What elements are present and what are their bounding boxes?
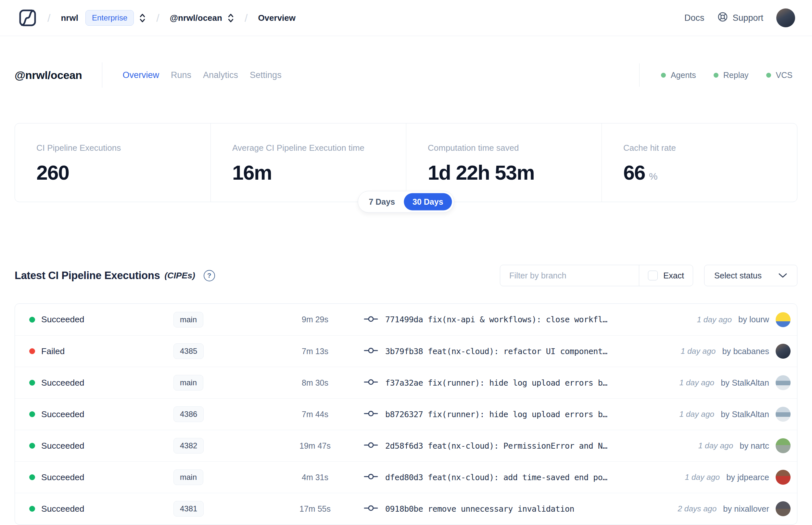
- branch-badge: 4382: [173, 438, 204, 453]
- status-dot-icon: [766, 73, 771, 78]
- table-row[interactable]: Succeeded main 4m 31s dfed80d3 feat(nx-c…: [15, 461, 797, 493]
- commit-message: b8726327 fix(runner): hide log upload er…: [385, 410, 607, 419]
- branch-badge: 4381: [173, 501, 204, 516]
- status-dot-icon: [29, 317, 35, 322]
- breadcrumb-page: Overview: [258, 13, 295, 23]
- service-vcs[interactable]: VCS: [766, 71, 793, 80]
- avatar: [776, 438, 791, 453]
- table-row[interactable]: Failed 4385 7m 13s 3b79fb38 feat(nx-clou…: [15, 335, 797, 367]
- toggle-7-days[interactable]: 7 Days: [360, 193, 404, 211]
- stat-average-execution-time: Average CI Pipeline Execution time 16m: [211, 123, 406, 202]
- select-status-dropdown[interactable]: Select status: [704, 265, 797, 286]
- stat-ci-pipeline-executions: CI Pipeline Executions 260: [15, 123, 211, 202]
- service-replay[interactable]: Replay: [714, 71, 749, 80]
- git-commit-icon: [364, 315, 378, 325]
- avatar: [776, 375, 791, 390]
- table-row[interactable]: Succeeded 4382 19m 47s 2d58f6d3 feat(nx-…: [15, 430, 797, 461]
- select-status-label: Select status: [714, 271, 762, 280]
- time-ago: 1 day ago: [679, 378, 715, 387]
- status-label: Failed: [41, 346, 65, 356]
- stat-label: Computation time saved: [428, 143, 595, 153]
- org-switcher-chevron-up-down-icon[interactable]: [139, 13, 146, 23]
- user-avatar[interactable]: [776, 9, 795, 27]
- commit-message: 0918b0be remove unnecessary invalidation: [385, 504, 574, 514]
- nx-cloud-dashboard: / nrwl Enterprise / @nrwl/ocean / Overvi…: [0, 0, 812, 525]
- stat-value: 66%: [623, 161, 791, 184]
- time-ago: 1 day ago: [697, 315, 732, 324]
- status-label: Succeeded: [41, 441, 85, 451]
- author: by nixallover: [723, 504, 769, 514]
- avatar: [776, 312, 791, 327]
- breadcrumb-separator: /: [156, 12, 159, 24]
- divider: [102, 62, 102, 88]
- time-ago: 2 days ago: [677, 504, 717, 513]
- enterprise-badge[interactable]: Enterprise: [86, 10, 134, 26]
- section-title: Latest CI Pipeline Executions: [15, 270, 160, 282]
- stat-cache-hit-rate: Cache hit rate 66%: [601, 123, 797, 202]
- commit-message: 771499da fix(nx-api & workflows): close …: [385, 315, 607, 324]
- author: by bcabanes: [722, 347, 769, 356]
- time-ago: 1 day ago: [679, 410, 715, 419]
- author: by jdpearce: [726, 473, 769, 482]
- table-row[interactable]: Succeeded main 8m 30s f37a32ae fix(runne…: [15, 367, 797, 398]
- breadcrumb-separator: /: [47, 12, 50, 24]
- exact-filter: Exact: [639, 265, 693, 286]
- workspace-title: @nrwl/ocean: [15, 69, 82, 81]
- status-label: Succeeded: [41, 504, 85, 514]
- status-dot-icon: [714, 73, 718, 78]
- branch-badge: 4386: [173, 406, 204, 422]
- table-row[interactable]: Succeeded main 9m 29s 771499da fix(nx-ap…: [15, 304, 797, 335]
- tab-analytics[interactable]: Analytics: [203, 70, 238, 80]
- duration: 7m 13s: [266, 347, 364, 356]
- toggle-30-days[interactable]: 30 Days: [404, 193, 452, 211]
- status-dot-icon: [29, 380, 35, 386]
- avatar: [776, 407, 791, 422]
- branch-filter-input[interactable]: [500, 265, 639, 286]
- tab-overview[interactable]: Overview: [122, 70, 159, 80]
- branch-badge: main: [173, 375, 203, 390]
- status-label: Succeeded: [41, 314, 85, 325]
- exact-checkbox[interactable]: [648, 271, 658, 280]
- breadcrumb-org[interactable]: nrwl: [61, 13, 78, 23]
- git-commit-icon: [364, 409, 378, 419]
- breadcrumb-workspace[interactable]: @nrwl/ocean: [170, 13, 222, 23]
- service-label: VCS: [776, 71, 793, 80]
- tab-runs[interactable]: Runs: [171, 70, 191, 80]
- help-question-circle-icon[interactable]: ?: [204, 270, 215, 281]
- git-commit-icon: [364, 504, 378, 514]
- status-label: Succeeded: [41, 409, 85, 419]
- branch-filter-group: Exact: [500, 265, 693, 286]
- status-dot-icon: [29, 474, 35, 480]
- stat-value: 260: [36, 161, 204, 184]
- avatar: [776, 344, 791, 359]
- time-ago: 1 day ago: [698, 441, 733, 450]
- table-row[interactable]: Succeeded 4381 17m 55s 0918b0be remove u…: [15, 493, 797, 524]
- cipe-section-header: Latest CI Pipeline Executions (CIPEs) ? …: [15, 265, 797, 286]
- duration: 7m 44s: [266, 410, 364, 419]
- service-agents[interactable]: Agents: [661, 71, 696, 80]
- status-dot-icon: [661, 73, 666, 78]
- time-ago: 1 day ago: [681, 347, 716, 356]
- author: by lourw: [738, 315, 769, 324]
- commit-message: 3b79fb38 feat(nx-cloud): refactor UI com…: [385, 347, 607, 356]
- status-dot-icon: [29, 443, 35, 449]
- tab-settings[interactable]: Settings: [250, 70, 281, 80]
- author: by nartc: [739, 441, 769, 451]
- support-link[interactable]: Support: [717, 11, 763, 25]
- date-range-toggle: 7 Days 30 Days: [357, 191, 454, 213]
- workspace-switcher-chevron-up-down-icon[interactable]: [227, 13, 234, 23]
- status-label: Succeeded: [41, 378, 85, 388]
- duration: 8m 30s: [266, 378, 364, 388]
- branch-badge: main: [173, 312, 203, 328]
- nav-actions: Docs Support: [684, 9, 795, 27]
- table-row[interactable]: Succeeded 4386 7m 44s b8726327 fix(runne…: [15, 398, 797, 430]
- nx-cloud-logo-icon[interactable]: [18, 9, 37, 27]
- support-label: Support: [732, 13, 763, 23]
- stat-label: CI Pipeline Executions: [36, 143, 204, 153]
- commit-message: f37a32ae fix(runner): hide log upload er…: [385, 378, 607, 388]
- breadcrumb-separator: /: [245, 12, 247, 24]
- docs-link[interactable]: Docs: [684, 13, 704, 23]
- git-commit-icon: [364, 346, 378, 356]
- commit-message: dfed80d3 feat(nx-cloud): add time-saved …: [385, 473, 607, 482]
- duration: 17m 55s: [266, 504, 364, 514]
